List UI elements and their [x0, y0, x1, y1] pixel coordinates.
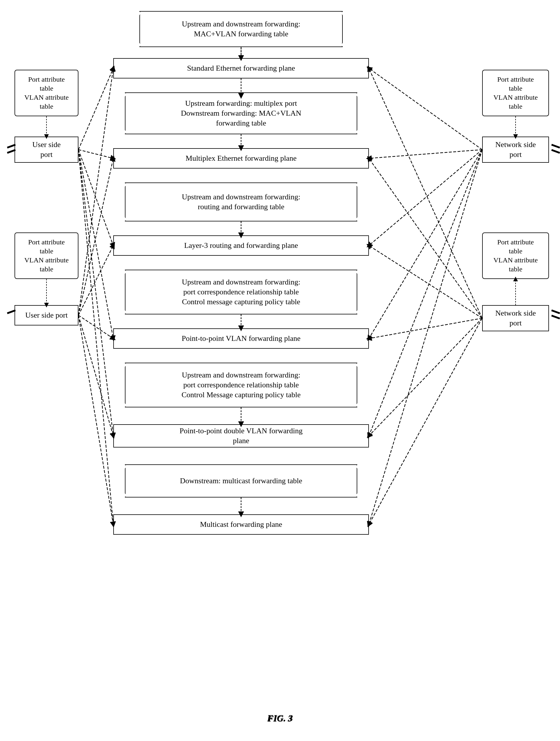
layer3-plane: Layer-3 routing and forwarding plane	[113, 235, 369, 256]
standard-ethernet-plane: Standard Ethernet forwarding plane	[113, 58, 369, 78]
svg-line-15	[78, 150, 113, 339]
svg-line-29	[369, 150, 482, 525]
right-port-top: Network side port	[482, 137, 549, 163]
svg-line-23	[78, 315, 113, 525]
svg-line-13	[78, 150, 113, 158]
left-port-top: User side port	[14, 137, 78, 163]
right-attr-bottom: Port attribute table VLAN attribute tabl…	[482, 232, 549, 279]
double-vlan-plane: Point-to-point double VLAN forwarding pl…	[113, 424, 369, 448]
figure-label: FIG. 3	[267, 713, 293, 724]
svg-line-21	[78, 315, 113, 339]
multicast-plane: Multicast forwarding plane	[113, 514, 369, 535]
top-forwarding-info: Upstream and downstream forwarding: MAC+…	[139, 14, 343, 44]
svg-line-20	[78, 246, 113, 315]
svg-line-32	[369, 246, 482, 318]
svg-line-30	[369, 68, 482, 318]
svg-line-18	[78, 68, 113, 315]
routing-info: Upstream and downstream forwarding: rout…	[125, 186, 357, 218]
right-attr-top: Port attribute table VLAN attribute tabl…	[482, 70, 549, 116]
svg-line-12	[78, 68, 113, 150]
svg-line-33	[369, 318, 482, 339]
svg-line-17	[78, 150, 113, 525]
hash-mark	[551, 149, 560, 154]
svg-line-35	[369, 318, 482, 525]
svg-line-22	[78, 315, 113, 436]
svg-line-24	[369, 68, 482, 150]
hash-mark	[551, 144, 560, 148]
left-attr-bottom: Port attribute table VLAN attribute tabl…	[14, 232, 78, 279]
svg-line-25	[369, 150, 482, 158]
left-attr-top: Port attribute table VLAN attribute tabl…	[14, 70, 78, 116]
multicast-info: Downstream: multicast forwarding table	[125, 468, 357, 494]
svg-line-31	[369, 158, 482, 318]
main-container: Upstream and downstream forwarding: MAC+…	[0, 0, 560, 741]
ptp-vlan-info: Upstream and downstream forwarding: port…	[125, 273, 357, 311]
right-port-bottom: Network side port	[482, 305, 549, 331]
hash-mark	[7, 315, 15, 318]
double-vlan-info: Upstream and downstream forwarding: port…	[125, 366, 357, 404]
svg-line-14	[78, 150, 113, 246]
svg-line-27	[369, 150, 482, 339]
svg-line-28	[369, 150, 482, 436]
multiplex-info: Upstream forwarding: multiplex port Down…	[125, 96, 357, 131]
left-port-bottom: User side port	[14, 305, 78, 326]
svg-line-34	[369, 318, 482, 436]
svg-line-16	[78, 150, 113, 436]
hash-mark	[551, 310, 560, 314]
svg-line-26	[369, 150, 482, 246]
ptp-vlan-plane: Point-to-point VLAN forwarding plane	[113, 328, 369, 349]
multiplex-ethernet-plane: Multiplex Ethernet forwarding plane	[113, 148, 369, 169]
svg-line-19	[78, 158, 113, 315]
hash-mark	[551, 315, 560, 319]
